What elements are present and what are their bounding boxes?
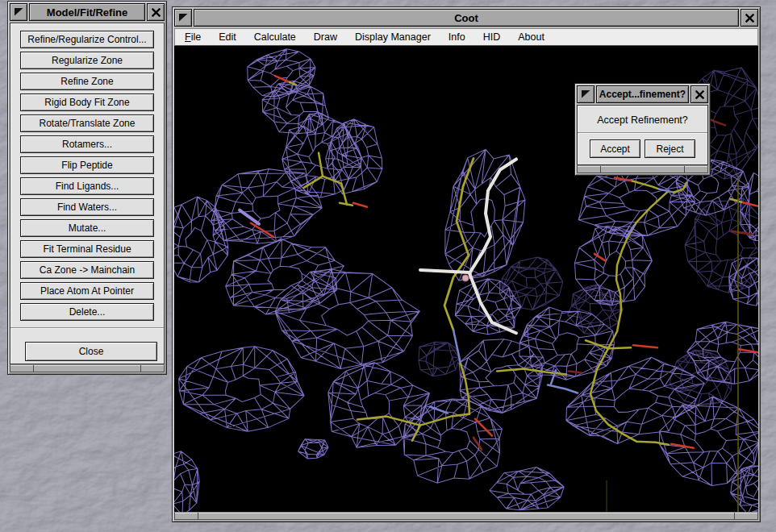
- model-dialog-body: Refine/Regularize Control...Regularize Z…: [10, 23, 165, 364]
- window-menu-button[interactable]: [577, 85, 595, 103]
- close-area: Close: [10, 329, 164, 364]
- window-menu-icon: [179, 14, 188, 22]
- menu-item-hid[interactable]: HID: [474, 29, 510, 45]
- button-mutate[interactable]: Mutate...: [20, 219, 154, 237]
- window-close-button[interactable]: [147, 3, 165, 21]
- accept-button[interactable]: Accept: [590, 139, 640, 158]
- button-ca-zone-mainchain[interactable]: Ca Zone -> Mainchain: [20, 261, 154, 279]
- menu-item-about[interactable]: About: [509, 29, 553, 45]
- accept-message: Accept Refinement?: [578, 106, 707, 132]
- coot-titlebar: Coot: [174, 9, 758, 27]
- window-resize-bar[interactable]: [10, 364, 165, 372]
- accept-actions: Accept Reject: [578, 134, 707, 164]
- window-menu-button[interactable]: [10, 3, 27, 21]
- accept-dialog-body: Accept Refinement? Accept Reject: [577, 105, 708, 165]
- button-rigid-body-fit-zone[interactable]: Rigid Body Fit Zone: [20, 94, 154, 111]
- button-regularize-zone[interactable]: Regularize Zone: [20, 52, 154, 69]
- menu-item-draw[interactable]: Draw: [305, 29, 346, 45]
- model-window-titlebar: Model/Fit/Refine: [10, 3, 165, 21]
- menu-item-edit[interactable]: Edit: [210, 29, 245, 45]
- accept-dialog-title: Accept...finement?: [596, 85, 689, 103]
- button-find-waters[interactable]: Find Waters...: [20, 198, 154, 216]
- window-close-button[interactable]: [690, 85, 708, 103]
- button-flip-peptide[interactable]: Flip Peptide: [20, 156, 154, 174]
- close-icon: [152, 8, 161, 17]
- accept-dialog-titlebar: Accept...finement?: [577, 85, 708, 103]
- atom-marker: [462, 275, 469, 281]
- window-menu-icon: [582, 90, 590, 98]
- menu-item-info[interactable]: Info: [440, 29, 474, 45]
- model-button-stack: Refine/Regularize Control...Regularize Z…: [10, 23, 164, 327]
- close-icon: [745, 14, 754, 23]
- button-fit-terminal-residue[interactable]: Fit Terminal Residue: [20, 240, 154, 258]
- close-icon: [695, 90, 704, 99]
- coot-window-title: Coot: [194, 9, 739, 27]
- button-find-ligands[interactable]: Find Ligands...: [20, 177, 154, 195]
- menu-item-file[interactable]: File: [176, 29, 210, 45]
- button-delete[interactable]: Delete...: [20, 303, 154, 321]
- accept-refinement-dialog: Accept...finement? Accept Refinement? Ac…: [574, 83, 711, 176]
- reject-button[interactable]: Reject: [645, 139, 695, 158]
- window-resize-bar[interactable]: [174, 512, 758, 520]
- model-fit-refine-window: Model/Fit/Refine Refine/Regularize Contr…: [7, 1, 167, 375]
- button-rotamers[interactable]: Rotamers...: [20, 135, 154, 153]
- button-refine-zone[interactable]: Refine Zone: [20, 73, 154, 90]
- model-window-title: Model/Fit/Refine: [29, 3, 145, 21]
- button-refine-regularize-control[interactable]: Refine/Regularize Control...: [20, 31, 154, 48]
- button-rotate-translate-zone[interactable]: Rotate/Translate Zone: [20, 114, 154, 132]
- menu-item-calculate[interactable]: Calculate: [245, 29, 305, 45]
- menu-item-display-manager[interactable]: Display Manager: [346, 29, 440, 45]
- button-place-atom-at-pointer[interactable]: Place Atom At Pointer: [20, 282, 154, 300]
- window-menu-icon: [15, 8, 23, 16]
- menubar: FileEditCalculateDrawDisplay ManagerInfo…: [174, 28, 758, 46]
- window-menu-button[interactable]: [174, 9, 192, 27]
- close-dialog-button[interactable]: Close: [25, 342, 157, 361]
- window-resize-bar[interactable]: [577, 165, 708, 173]
- window-close-button[interactable]: [741, 9, 758, 27]
